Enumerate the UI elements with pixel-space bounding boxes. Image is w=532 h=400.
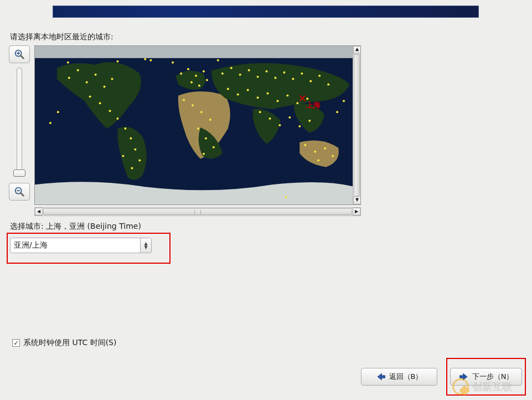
svg-point-79 (144, 58, 146, 60)
svg-point-16 (99, 102, 101, 104)
zoom-controls (9, 45, 33, 201)
svg-rect-8 (35, 46, 353, 58)
svg-point-83 (67, 61, 69, 64)
checkbox-box: ✓ (12, 339, 20, 347)
svg-point-66 (298, 125, 301, 127)
svg-point-44 (257, 76, 259, 78)
scroll-up-button[interactable]: ▲ (353, 46, 361, 54)
svg-point-10 (77, 69, 79, 71)
back-button[interactable]: 返回（B） (361, 368, 437, 386)
timezone-map-area: 上海 ▲ ▼ ◀ ▶ (9, 45, 361, 216)
svg-point-26 (187, 68, 189, 70)
horizontal-scroll-thumb[interactable] (43, 208, 352, 215)
svg-point-47 (283, 71, 285, 74)
arrow-right-icon (459, 372, 469, 382)
svg-point-55 (247, 89, 249, 91)
svg-point-76 (343, 100, 345, 102)
utc-checkbox[interactable]: ✓ 系统时钟使用 UTC 时间(S) (12, 338, 116, 348)
svg-point-32 (183, 99, 185, 101)
vertical-scroll-thumb[interactable] (354, 54, 360, 196)
svg-point-48 (292, 78, 294, 80)
svg-point-69 (314, 151, 316, 153)
header-banner (53, 6, 479, 18)
svg-point-64 (278, 124, 281, 126)
arrow-left-icon (376, 372, 386, 382)
svg-point-56 (257, 96, 259, 99)
svg-point-78 (172, 61, 174, 64)
svg-point-22 (138, 160, 141, 162)
svg-point-46 (274, 77, 276, 79)
map-vertical-scrollbar[interactable]: ▲ ▼ (353, 46, 360, 204)
next-button[interactable]: 下一步（N） (450, 368, 522, 386)
svg-point-17 (109, 110, 111, 112)
instruction-label: 请选择离本地时区最近的城市: (10, 32, 113, 42)
svg-point-77 (217, 59, 219, 61)
svg-line-1 (20, 55, 23, 58)
svg-point-19 (124, 127, 126, 130)
svg-point-63 (269, 117, 271, 120)
map-horizontal-scrollbar[interactable]: ◀ ▶ (34, 207, 361, 216)
scroll-left-button[interactable]: ◀ (35, 208, 43, 216)
svg-point-71 (332, 155, 334, 157)
svg-point-15 (89, 95, 91, 98)
svg-point-51 (318, 75, 321, 77)
svg-point-23 (131, 167, 133, 169)
svg-point-75 (336, 111, 338, 113)
zoom-out-button[interactable] (9, 183, 30, 201)
svg-point-36 (197, 127, 199, 130)
svg-point-43 (248, 69, 250, 71)
svg-point-57 (267, 92, 269, 94)
world-map-svg (35, 46, 353, 204)
svg-point-52 (327, 84, 329, 86)
scroll-down-button[interactable]: ▼ (353, 197, 361, 204)
zoom-in-button[interactable] (9, 45, 30, 63)
svg-point-80 (116, 60, 118, 63)
timezone-combobox[interactable]: 亚洲/上海 ▲▼ (10, 238, 152, 253)
svg-point-82 (149, 59, 152, 61)
svg-point-37 (205, 137, 207, 140)
svg-point-14 (111, 78, 113, 80)
svg-point-39 (203, 153, 205, 155)
svg-point-28 (203, 70, 205, 73)
svg-point-38 (213, 146, 215, 148)
svg-point-30 (198, 85, 200, 87)
svg-point-33 (192, 104, 194, 106)
selected-city-marker-label: 上海 (306, 100, 321, 110)
svg-point-53 (227, 88, 229, 90)
svg-point-40 (221, 73, 224, 75)
combobox-spinner-icon[interactable]: ▲▼ (140, 238, 151, 253)
svg-point-11 (86, 81, 88, 84)
svg-point-60 (296, 102, 298, 104)
svg-point-9 (68, 77, 70, 79)
svg-point-42 (239, 74, 241, 76)
svg-point-54 (237, 93, 239, 95)
zoom-slider-handle[interactable] (13, 170, 25, 177)
svg-point-27 (195, 75, 197, 77)
svg-point-13 (104, 86, 106, 88)
svg-point-31 (206, 79, 208, 81)
svg-point-49 (301, 73, 303, 75)
zoom-slider-track[interactable] (17, 68, 22, 176)
zoom-in-icon (13, 48, 25, 60)
svg-point-29 (190, 81, 193, 84)
svg-point-18 (116, 117, 118, 120)
svg-point-41 (230, 67, 233, 69)
back-button-label: 返回（B） (389, 372, 423, 382)
scroll-right-button[interactable]: ▶ (353, 208, 360, 216)
svg-point-74 (49, 122, 51, 124)
world-map[interactable]: 上海 ▲ ▼ (34, 45, 361, 205)
svg-line-5 (20, 193, 23, 196)
svg-point-34 (200, 111, 203, 113)
svg-point-50 (309, 80, 312, 83)
selected-city-label: 选择城市: 上海，亚洲 (Beijing Time) (10, 222, 141, 232)
svg-point-21 (134, 148, 136, 151)
next-button-highlight: 下一步（N） (446, 358, 526, 396)
svg-point-67 (308, 120, 311, 122)
svg-point-59 (286, 94, 288, 96)
svg-point-68 (304, 144, 306, 146)
next-button-label: 下一步（N） (472, 372, 514, 382)
timezone-value: 亚洲/上海 (11, 238, 140, 253)
svg-point-81 (285, 196, 287, 198)
svg-point-20 (130, 137, 132, 140)
svg-point-62 (259, 111, 261, 113)
